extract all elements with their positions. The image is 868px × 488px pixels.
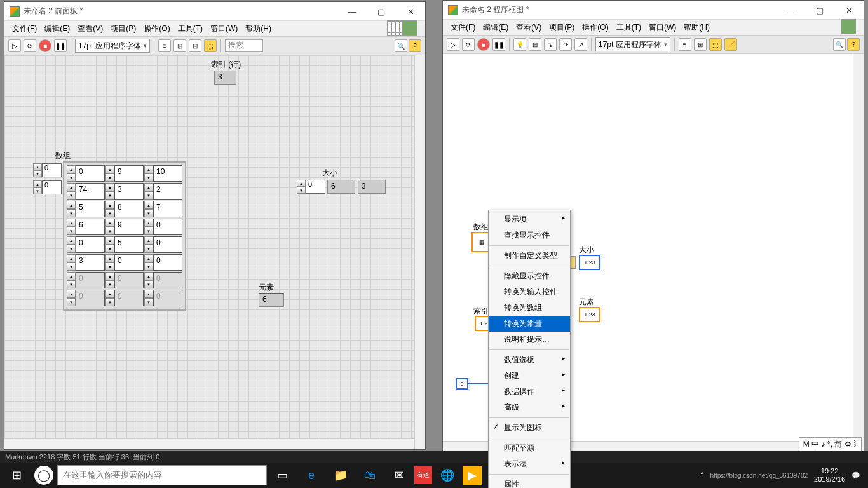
reorder-button[interactable]: ⬚: [204, 39, 217, 52]
cortana-icon[interactable]: ◯: [34, 466, 53, 485]
context-menu-item[interactable]: 显示项: [489, 212, 570, 227]
pause-button[interactable]: ❚❚: [492, 38, 505, 51]
close-button[interactable]: ✕: [834, 1, 864, 20]
mail-icon[interactable]: ✉: [385, 463, 413, 488]
titlebar[interactable]: 未命名 2 程序框图 * — ▢ ✕: [443, 1, 864, 20]
menu-edit[interactable]: 编辑(E): [479, 21, 512, 34]
array-cell[interactable]: ▲▼0: [67, 290, 105, 306]
menu-window[interactable]: 窗口(W): [207, 22, 241, 36]
search-icon[interactable]: 🔍: [395, 39, 407, 52]
help-icon[interactable]: ?: [847, 38, 860, 51]
context-menu-item[interactable]: 查找显示控件: [489, 227, 570, 243]
taskbar-clock[interactable]: 19:222019/2/16: [814, 467, 845, 484]
pause-button[interactable]: ❚❚: [54, 39, 67, 52]
size-indicator[interactable]: 1.23: [579, 255, 600, 270]
minimize-button[interactable]: —: [776, 1, 805, 20]
close-button[interactable]: ✕: [396, 2, 425, 21]
menu-view[interactable]: 查看(V): [512, 21, 545, 34]
run-cont-button[interactable]: ⟳: [24, 39, 36, 52]
context-menu-item[interactable]: 表示法: [489, 456, 570, 472]
array-cell[interactable]: ▲▼0: [144, 236, 182, 253]
array-cell[interactable]: ▲▼3: [105, 183, 144, 200]
context-menu-item[interactable]: 数值选板: [489, 352, 570, 368]
context-menu-item[interactable]: 高级: [489, 400, 570, 416]
conn-pane-icon[interactable]: [402, 20, 417, 36]
array-cell[interactable]: ▲▼9: [105, 165, 144, 182]
action-center-icon[interactable]: 💬: [851, 471, 860, 480]
array-index-1[interactable]: ▲▼0: [33, 180, 62, 194]
array-cell[interactable]: ▲▼0: [144, 219, 182, 235]
reorder-button[interactable]: ⬚: [709, 38, 722, 51]
element-indicator[interactable]: 1.23: [579, 307, 600, 322]
menu-operate[interactable]: 操作(O): [140, 22, 173, 36]
array-cell[interactable]: ▲▼0: [105, 290, 144, 306]
context-menu[interactable]: 显示项查找显示控件制作自定义类型隐藏显示控件转换为输入控件转换为数组转换为常量说…: [488, 210, 571, 488]
vi-icon[interactable]: [387, 20, 402, 36]
menu-help[interactable]: 帮助(H): [241, 22, 275, 36]
vi-icon[interactable]: [841, 19, 856, 34]
menu-operate[interactable]: 操作(O): [578, 21, 612, 34]
run-cont-button[interactable]: ⟳: [462, 38, 475, 51]
array-cell[interactable]: ▲▼0: [144, 254, 182, 271]
menu-window[interactable]: 窗口(W): [645, 21, 680, 34]
context-menu-item[interactable]: 说明和提示…: [489, 332, 570, 348]
context-menu-item[interactable]: 转换为常量: [489, 316, 570, 332]
front-canvas[interactable]: 索引 (行) 3 数组 ▲▼0 ▲▼0 ▲▼0▲▼9▲▼10▲▼74▲▼3▲▼2…: [4, 55, 425, 449]
distribute-button[interactable]: ⊞: [173, 39, 186, 52]
menu-file[interactable]: 文件(F): [8, 22, 41, 36]
edge-icon[interactable]: e: [297, 463, 325, 488]
task-view-icon[interactable]: ▭: [268, 463, 296, 488]
resize-button[interactable]: ⊡: [189, 39, 201, 52]
context-menu-item[interactable]: 隐藏显示控件: [489, 268, 570, 284]
maximize-button[interactable]: ▢: [805, 1, 834, 20]
chrome-icon[interactable]: 🌐: [433, 463, 461, 488]
context-menu-item[interactable]: 转换为数组: [489, 300, 570, 316]
scrollbar-vertical[interactable]: [414, 55, 425, 449]
size-index[interactable]: ▲▼0: [297, 180, 325, 194]
ime-toolbar[interactable]: M 中 ♪ °, 简 ⚙ ⦚: [799, 437, 862, 451]
labview-task-icon[interactable]: ▶: [463, 466, 482, 485]
highlight-button[interactable]: 💡: [513, 38, 526, 51]
array-cell[interactable]: ▲▼0: [67, 236, 105, 253]
menu-view[interactable]: 查看(V): [74, 22, 107, 36]
menu-help[interactable]: 帮助(H): [680, 21, 714, 34]
cleanup-button[interactable]: 🧹: [724, 38, 737, 51]
explorer-icon[interactable]: 📁: [327, 463, 355, 488]
array-cell[interactable]: ▲▼0: [67, 272, 105, 288]
menu-tools[interactable]: 工具(T): [613, 21, 645, 34]
array-cell[interactable]: ▲▼0: [144, 290, 182, 306]
menu-project[interactable]: 项目(P): [545, 21, 578, 34]
run-button[interactable]: ▷: [447, 38, 459, 51]
context-menu-item[interactable]: 显示为图标: [489, 420, 570, 436]
maximize-button[interactable]: ▢: [367, 2, 396, 21]
help-icon[interactable]: ?: [409, 39, 421, 52]
step-over-button[interactable]: ↷: [559, 38, 572, 51]
youdao-icon[interactable]: 有道: [414, 466, 432, 484]
array-cell[interactable]: ▲▼9: [105, 219, 144, 235]
array-cell[interactable]: ▲▼5: [67, 201, 105, 217]
run-button[interactable]: ▷: [8, 39, 21, 52]
array-cell[interactable]: ▲▼6: [67, 219, 105, 235]
constant-zero[interactable]: 0: [456, 378, 468, 390]
align-button[interactable]: ≡: [679, 38, 691, 51]
taskbar[interactable]: ⊞ ◯ 在这里输入你要搜索的内容 ▭ e 📁 🛍 ✉ 有道 🌐 ▶ 🔵 ˄ ht…: [0, 463, 868, 488]
array-cell[interactable]: ▲▼10: [144, 165, 182, 182]
array-cell[interactable]: ▲▼0: [144, 272, 182, 288]
array-cell[interactable]: ▲▼2: [144, 183, 182, 200]
context-menu-item[interactable]: 创建: [489, 368, 570, 384]
array-control[interactable]: ▲▼0▲▼9▲▼10▲▼74▲▼3▲▼2▲▼5▲▼8▲▼7▲▼6▲▼9▲▼0▲▼…: [63, 161, 186, 311]
start-button[interactable]: ⊞: [3, 463, 31, 488]
menubar[interactable]: 文件(F) 编辑(E) 查看(V) 项目(P) 操作(O) 工具(T) 窗口(W…: [443, 20, 864, 35]
search-input[interactable]: 搜索: [225, 39, 263, 52]
step-into-button[interactable]: ↘: [544, 38, 557, 51]
align-button[interactable]: ≡: [158, 39, 171, 52]
step-out-button[interactable]: ↗: [574, 38, 587, 51]
array-cell[interactable]: ▲▼8: [105, 201, 144, 217]
array-cell[interactable]: ▲▼74: [67, 183, 105, 200]
store-icon[interactable]: 🛍: [356, 463, 384, 488]
minimize-button[interactable]: —: [337, 2, 367, 21]
context-menu-item[interactable]: 属性: [489, 477, 570, 488]
array-cell[interactable]: ▲▼7: [144, 201, 182, 217]
titlebar[interactable]: 未命名 2 前面板 * — ▢ ✕: [4, 2, 425, 21]
distribute-button[interactable]: ⊞: [694, 38, 707, 51]
